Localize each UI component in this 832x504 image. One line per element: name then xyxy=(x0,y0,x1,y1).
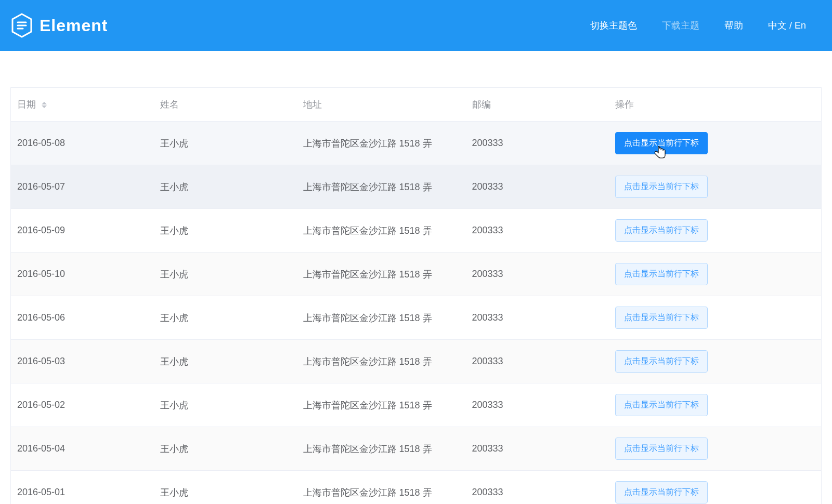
cell-action: 点击显示当前行下标 xyxy=(609,427,822,471)
logo-text: Element xyxy=(40,16,108,35)
cell-address: 上海市普陀区金沙江路 1518 弄 xyxy=(297,427,466,471)
cell-name: 王小虎 xyxy=(154,253,297,296)
table-row: 2016-05-10 王小虎 上海市普陀区金沙江路 1518 弄 200333 … xyxy=(11,253,822,296)
content: 日期 姓名 地址 邮编 操作 2016-05-08 王小虎 上海市普陀区金沙江路… xyxy=(0,51,832,504)
logo[interactable]: Element xyxy=(10,13,108,38)
show-index-button[interactable]: 点击显示当前行下标 xyxy=(615,350,708,373)
cell-date: 2016-05-02 xyxy=(11,383,154,427)
cell-date: 2016-05-07 xyxy=(11,165,154,209)
cell-zip: 200333 xyxy=(466,296,609,340)
table-row: 2016-05-07 王小虎 上海市普陀区金沙江路 1518 弄 200333 … xyxy=(11,165,822,209)
data-table: 日期 姓名 地址 邮编 操作 2016-05-08 王小虎 上海市普陀区金沙江路… xyxy=(10,87,822,504)
show-index-button[interactable]: 点击显示当前行下标 xyxy=(615,481,708,503)
cell-action: 点击显示当前行下标 xyxy=(609,209,822,253)
cell-date: 2016-05-08 xyxy=(11,122,154,165)
cell-action: 点击显示当前行下标 xyxy=(609,471,822,505)
cell-name: 王小虎 xyxy=(154,296,297,340)
sort-down-icon xyxy=(42,105,47,108)
cell-name: 王小虎 xyxy=(154,122,297,165)
cell-zip: 200333 xyxy=(466,340,609,383)
cell-date: 2016-05-04 xyxy=(11,427,154,471)
cell-zip: 200333 xyxy=(466,253,609,296)
cell-action: 点击显示当前行下标 xyxy=(609,165,822,209)
show-index-button[interactable]: 点击显示当前行下标 xyxy=(615,394,708,416)
column-label: 日期 xyxy=(17,99,36,110)
cell-date: 2016-05-03 xyxy=(11,340,154,383)
cell-name: 王小虎 xyxy=(154,471,297,505)
cell-zip: 200333 xyxy=(466,427,609,471)
column-header-name[interactable]: 姓名 xyxy=(154,88,297,122)
show-index-button[interactable]: 点击显示当前行下标 xyxy=(615,263,708,285)
table-row: 2016-05-09 王小虎 上海市普陀区金沙江路 1518 弄 200333 … xyxy=(11,209,822,253)
cell-action: 点击显示当前行下标 xyxy=(609,122,822,165)
cell-address: 上海市普陀区金沙江路 1518 弄 xyxy=(297,471,466,505)
sort-up-icon xyxy=(42,102,47,104)
cell-zip: 200333 xyxy=(466,383,609,427)
logo-icon xyxy=(10,13,33,38)
cell-zip: 200333 xyxy=(466,471,609,505)
show-index-button[interactable]: 点击显示当前行下标 xyxy=(615,176,708,198)
column-header-zip[interactable]: 邮编 xyxy=(466,88,609,122)
cell-action: 点击显示当前行下标 xyxy=(609,340,822,383)
cell-action: 点击显示当前行下标 xyxy=(609,253,822,296)
header: Element 切换主题色 下载主题 帮助 中文 / En xyxy=(0,0,832,51)
nav-language[interactable]: 中文 / En xyxy=(768,19,806,32)
cell-action: 点击显示当前行下标 xyxy=(609,296,822,340)
cell-zip: 200333 xyxy=(466,165,609,209)
column-header-address[interactable]: 地址 xyxy=(297,88,466,122)
table-row: 2016-05-08 王小虎 上海市普陀区金沙江路 1518 弄 200333 … xyxy=(11,122,822,165)
cell-action: 点击显示当前行下标 xyxy=(609,383,822,427)
cell-address: 上海市普陀区金沙江路 1518 弄 xyxy=(297,383,466,427)
table-row: 2016-05-02 王小虎 上海市普陀区金沙江路 1518 弄 200333 … xyxy=(11,383,822,427)
nav-download-theme[interactable]: 下载主题 xyxy=(662,19,699,32)
cell-name: 王小虎 xyxy=(154,165,297,209)
cell-address: 上海市普陀区金沙江路 1518 弄 xyxy=(297,340,466,383)
cell-name: 王小虎 xyxy=(154,209,297,253)
cell-date: 2016-05-09 xyxy=(11,209,154,253)
cell-zip: 200333 xyxy=(466,209,609,253)
cell-address: 上海市普陀区金沙江路 1518 弄 xyxy=(297,296,466,340)
nav: 切换主题色 下载主题 帮助 中文 / En xyxy=(590,19,822,32)
cell-address: 上海市普陀区金沙江路 1518 弄 xyxy=(297,209,466,253)
table-row: 2016-05-06 王小虎 上海市普陀区金沙江路 1518 弄 200333 … xyxy=(11,296,822,340)
cell-address: 上海市普陀区金沙江路 1518 弄 xyxy=(297,122,466,165)
table-row: 2016-05-03 王小虎 上海市普陀区金沙江路 1518 弄 200333 … xyxy=(11,340,822,383)
column-header-action: 操作 xyxy=(609,88,822,122)
cell-date: 2016-05-06 xyxy=(11,296,154,340)
show-index-button[interactable]: 点击显示当前行下标 xyxy=(615,307,708,329)
cell-name: 王小虎 xyxy=(154,340,297,383)
cell-address: 上海市普陀区金沙江路 1518 弄 xyxy=(297,253,466,296)
column-header-date[interactable]: 日期 xyxy=(11,88,154,122)
table-row: 2016-05-01 王小虎 上海市普陀区金沙江路 1518 弄 200333 … xyxy=(11,471,822,505)
show-index-button[interactable]: 点击显示当前行下标 xyxy=(615,437,708,460)
show-index-button[interactable]: 点击显示当前行下标 xyxy=(615,132,708,154)
table-row: 2016-05-04 王小虎 上海市普陀区金沙江路 1518 弄 200333 … xyxy=(11,427,822,471)
nav-help[interactable]: 帮助 xyxy=(724,19,743,32)
cell-date: 2016-05-01 xyxy=(11,471,154,505)
show-index-button[interactable]: 点击显示当前行下标 xyxy=(615,219,708,242)
sort-icon[interactable] xyxy=(42,102,47,108)
cell-date: 2016-05-10 xyxy=(11,253,154,296)
cell-zip: 200333 xyxy=(466,122,609,165)
table-body: 2016-05-08 王小虎 上海市普陀区金沙江路 1518 弄 200333 … xyxy=(11,122,822,505)
cell-name: 王小虎 xyxy=(154,427,297,471)
nav-theme-color[interactable]: 切换主题色 xyxy=(590,19,637,32)
cell-address: 上海市普陀区金沙江路 1518 弄 xyxy=(297,165,466,209)
cell-name: 王小虎 xyxy=(154,383,297,427)
